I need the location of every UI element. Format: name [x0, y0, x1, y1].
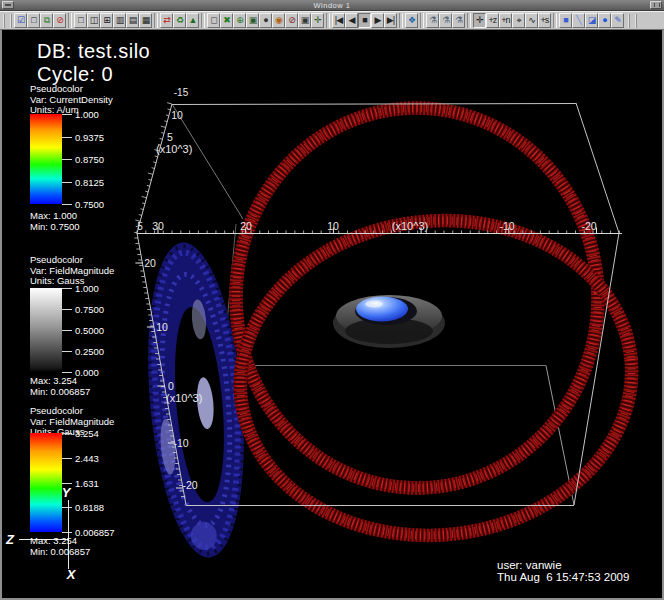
zoom-mode-button[interactable]: ⌖ — [512, 13, 525, 28]
save-view-button[interactable]: ▣ — [246, 13, 259, 28]
play-icon: ▶ — [375, 16, 381, 25]
image-icon: ❖ — [408, 16, 415, 25]
tick-line — [62, 351, 72, 352]
layout-2x1-button[interactable]: ▤ — [126, 13, 139, 28]
zone-pick-mode-button[interactable]: +z — [486, 13, 499, 28]
spreadsheet-pick-button[interactable]: +s — [538, 13, 551, 28]
layout-3x3-button[interactable]: ▦ — [139, 13, 152, 28]
magnifier-icon: ⌖ — [516, 16, 520, 25]
clone-window-button[interactable]: ⧉ — [40, 13, 53, 28]
spin-view-button[interactable]: ▲ — [186, 13, 199, 28]
plane-tool-button[interactable]: ◪ — [585, 13, 598, 28]
legend-max-label: Max: 1.000 — [30, 210, 77, 221]
camera-plus-icon: ✛ — [314, 16, 321, 25]
light-source-1-button[interactable]: ⚗ — [426, 13, 439, 28]
tick-line — [62, 330, 72, 331]
svg-text:20: 20 — [240, 220, 252, 232]
node-pick-mode-button[interactable]: +n — [499, 13, 512, 28]
camera-slash-icon: ⊘ — [288, 16, 295, 25]
undo-view-button[interactable]: ⊘ — [285, 13, 298, 28]
green-x-icon: ✖ — [223, 16, 230, 25]
coil-plot-1[interactable] — [231, 103, 603, 492]
tick-label: 1.000 — [75, 283, 99, 294]
checkbox-icon: ☑ — [17, 16, 24, 25]
sphere-icon: ● — [263, 16, 267, 25]
stop-icon: ■ — [362, 16, 366, 25]
save-window-button[interactable]: ❖ — [405, 13, 418, 28]
plus-n-icon: +n — [501, 16, 509, 25]
tick-label: 2.443 — [75, 453, 99, 464]
light-source-2-button[interactable]: ⚗ — [439, 13, 452, 28]
layout-2x3-icon: ▥ — [116, 16, 124, 25]
new-window-button[interactable]: □ — [27, 13, 40, 28]
user-label: user: vanwie — [497, 559, 562, 571]
redo-view-button[interactable]: ▣ — [298, 13, 311, 28]
recenter-view-button[interactable]: ⊕ — [233, 13, 246, 28]
visit-viewer-window: Window 1 ☑□⧉⊘□◫⊞▥▤▦⇄♻▲◻✖⊕▣●◉⊘▣✛|◀◀■▶▶|❖⚗… — [0, 0, 664, 600]
layout-1x1-button[interactable]: □ — [74, 13, 87, 28]
svg-text:10: 10 — [171, 109, 183, 121]
box-tool-button[interactable]: ■ — [559, 13, 572, 28]
add-view-button[interactable]: ✛ — [311, 13, 324, 28]
toolbar-separator — [326, 13, 330, 28]
reset-view-button[interactable]: ✖ — [220, 13, 233, 28]
axis-top-end-label: -15 — [174, 87, 189, 98]
lamp-icon: ⚗ — [429, 16, 436, 25]
svg-text:10: 10 — [327, 220, 339, 232]
point-tool-button[interactable]: ✎ — [611, 13, 624, 28]
tick-line — [62, 433, 72, 434]
blue-sphere-icon: ● — [602, 16, 606, 25]
window-titlebar[interactable]: Window 1 — [0, 0, 664, 11]
tick-label: 0.8188 — [75, 502, 104, 513]
tick-line — [62, 182, 72, 183]
light-source-3-button[interactable]: ⚗ — [452, 13, 465, 28]
legend-max-label: Max: 3.254 — [30, 535, 77, 546]
tick-label: 0.2500 — [75, 346, 104, 357]
toolbar-handle[interactable] — [3, 14, 12, 28]
delete-window-button[interactable]: ⊘ — [53, 13, 66, 28]
toolbar-separator — [467, 13, 471, 28]
vcr-stop-button[interactable]: ■ — [358, 13, 371, 28]
legend-title: Pseudocolor — [30, 406, 150, 417]
mountain-icon: ▲ — [189, 16, 197, 25]
plus-s-icon: +s — [541, 16, 549, 25]
layout-1x2-button[interactable]: ◫ — [87, 13, 100, 28]
tick-line — [62, 137, 72, 138]
clear-plots-button[interactable]: ♻ — [173, 13, 186, 28]
toolbar-group: ⚗⚗⚗ — [426, 13, 465, 28]
layout-2x2-button[interactable]: ⊞ — [100, 13, 113, 28]
swap-arrows-icon: ⇄ — [163, 16, 170, 25]
toolbar-separator — [154, 13, 158, 28]
database-label: DB: test.silo — [37, 40, 150, 63]
axis-scale-label: (x10^3) — [392, 220, 428, 232]
tick-line — [62, 288, 72, 289]
density-isosurface-plot[interactable] — [333, 295, 445, 348]
render-stage: -15 10 5 (x10^3) 5 30 20 10 (x10^3) -10 … — [2, 30, 662, 598]
legend-field-magnitude-rainbow: Pseudocolor Var: FieldMagnitude Units: G… — [30, 406, 150, 566]
svg-text:-20: -20 — [182, 479, 197, 491]
vcr-step-back-button[interactable]: ◀ — [345, 13, 358, 28]
toolbar-separator — [201, 13, 205, 28]
skip-end-icon: ▶| — [387, 16, 394, 25]
window-title: Window 1 — [0, 1, 664, 10]
perspective-toggle-button[interactable]: ◻ — [207, 13, 220, 28]
line-tool-button[interactable]: ╲ — [572, 13, 585, 28]
toolbar-grip[interactable] — [628, 14, 637, 28]
layout-2x3-button[interactable]: ▥ — [113, 13, 126, 28]
vcr-skip-end-button[interactable]: ▶| — [384, 13, 397, 28]
camera-icon: ▣ — [301, 16, 309, 25]
window-control-button[interactable] — [650, 1, 662, 9]
active-window-toggle-button[interactable]: ☑ — [14, 13, 27, 28]
invert-background-button[interactable]: ⇄ — [160, 13, 173, 28]
vcr-play-button[interactable]: ▶ — [371, 13, 384, 28]
lock-view-button[interactable]: ● — [259, 13, 272, 28]
vcr-skip-start-button[interactable]: |◀ — [332, 13, 345, 28]
legend-min-label: Min: 0.7500 — [30, 221, 80, 232]
lineout-mode-button[interactable]: ∿ — [525, 13, 538, 28]
rotate-view-button[interactable]: ◉ — [272, 13, 285, 28]
navigate-mode-button[interactable]: ✛ — [473, 13, 486, 28]
toolbar-groups: ☑□⧉⊘□◫⊞▥▤▦⇄♻▲◻✖⊕▣●◉⊘▣✛|◀◀■▶▶|❖⚗⚗⚗✛+z+n⌖∿… — [14, 13, 624, 28]
tick-label: 3.254 — [75, 428, 99, 439]
layout-1x2-icon: ◫ — [90, 16, 98, 25]
sphere-tool-button[interactable]: ● — [598, 13, 611, 28]
